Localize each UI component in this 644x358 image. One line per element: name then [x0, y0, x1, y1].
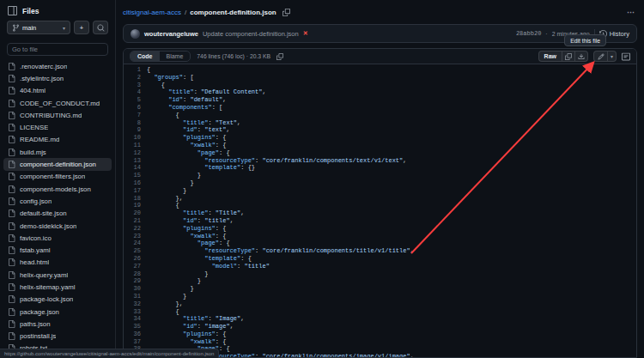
commit-message[interactable]: Update component-definition.json [203, 30, 299, 38]
code-row: 3 { [124, 82, 636, 89]
raw-button[interactable]: Raw [539, 52, 562, 61]
line-number[interactable]: 25 [124, 247, 147, 255]
file-tree-item[interactable]: LICENSE [3, 121, 112, 133]
symbols-panel-icon[interactable] [622, 52, 630, 61]
copy-raw-icon[interactable] [562, 52, 574, 61]
line-number[interactable]: 23 [124, 233, 147, 240]
file-tree-item[interactable]: config.json [3, 195, 112, 207]
file-tree-item[interactable]: package-lock.json [3, 294, 112, 306]
line-number[interactable]: 24 [124, 240, 147, 247]
commit-sha[interactable]: 28abb20 [516, 30, 541, 37]
branch-selector[interactable]: main ▾ [7, 21, 70, 34]
file-tree-item[interactable]: helix-sitemap.yaml [3, 281, 112, 293]
file-tree-item[interactable]: build.mjs [3, 146, 112, 158]
line-number[interactable]: 12 [124, 149, 147, 157]
copy-path-icon[interactable] [283, 9, 290, 16]
breadcrumb: citisignal-aem-accs / component-definiti… [117, 0, 644, 16]
code-row: 2 "groups": [ [124, 74, 636, 82]
tab-code[interactable]: Code [131, 52, 160, 61]
more-options-icon[interactable]: ⋯ [627, 8, 635, 16]
line-number[interactable]: 30 [124, 285, 147, 293]
file-tree-item[interactable]: package.json [3, 306, 112, 318]
file-name: fstab.yaml [20, 246, 51, 254]
line-number[interactable]: 7 [124, 112, 147, 119]
line-number[interactable]: 28 [124, 270, 147, 278]
file-tree-item[interactable]: CONTRIBUTING.md [3, 109, 112, 121]
file-tree-item[interactable]: favicon.ico [3, 232, 112, 244]
code-line-text: "id": "default", [147, 96, 226, 104]
line-number[interactable]: 14 [124, 164, 147, 172]
code-row: 11 "xwalk": { [124, 142, 636, 149]
file-tree-item[interactable]: postinstall.js [3, 331, 112, 343]
line-number[interactable]: 26 [124, 255, 147, 263]
line-number[interactable]: 18 [124, 195, 147, 203]
line-number[interactable]: 31 [124, 293, 147, 300]
file-icon [8, 246, 15, 254]
copy-icon[interactable] [276, 53, 283, 60]
line-number[interactable]: 22 [124, 225, 147, 233]
checks-failed-icon[interactable]: ✕ [303, 30, 308, 37]
file-tree-item[interactable]: paths.json [3, 318, 112, 330]
file-tree-item[interactable]: component-definition.json [3, 158, 112, 170]
file-icon [8, 149, 15, 156]
line-number[interactable]: 35 [124, 323, 147, 331]
breadcrumb-repo-link[interactable]: citisignal-aem-accs [123, 9, 181, 16]
line-number[interactable]: 34 [124, 315, 147, 323]
line-number[interactable]: 4 [124, 88, 147, 96]
go-to-file-input[interactable] [7, 43, 108, 56]
line-number[interactable]: 13 [124, 157, 147, 165]
commit-author[interactable]: woutervangeluwe [144, 30, 198, 38]
line-number[interactable]: 6 [124, 104, 147, 112]
code-row: 26 "template": { [124, 255, 636, 263]
file-icon [8, 271, 15, 279]
line-number[interactable]: 15 [124, 172, 147, 179]
file-icon [8, 185, 15, 193]
file-tree-item[interactable]: .stylelintrc.json [3, 72, 112, 84]
line-number[interactable]: 36 [124, 331, 147, 338]
line-number[interactable]: 20 [124, 209, 147, 217]
line-number[interactable]: 19 [124, 202, 147, 209]
file-tree-item[interactable]: CODE_OF_CONDUCT.md [3, 97, 112, 109]
code-row: 33 { [124, 308, 636, 316]
file-tree-item[interactable]: .renovaterc.json [3, 60, 112, 72]
tab-blame[interactable]: Blame [160, 52, 191, 61]
file-tree-item[interactable]: helix-query.yaml [3, 269, 112, 281]
edit-dropdown-icon[interactable]: ▾ [607, 52, 616, 61]
line-number[interactable]: 5 [124, 96, 147, 104]
line-number[interactable]: 3 [124, 82, 147, 89]
file-tree-item[interactable]: component-filters.json [3, 171, 112, 183]
line-number[interactable]: 16 [124, 179, 147, 187]
files-panel-title: Files [22, 7, 39, 15]
file-tree-item[interactable]: default-site.json [3, 208, 112, 220]
line-number[interactable]: 21 [124, 217, 147, 225]
file-tree-item[interactable]: README.md [3, 134, 112, 146]
search-repo-button[interactable] [93, 21, 108, 34]
collapse-file-tree-icon[interactable] [8, 6, 17, 15]
line-number[interactable]: 1 [124, 66, 147, 74]
download-icon[interactable] [574, 52, 587, 61]
file-tree-item[interactable]: component-models.json [3, 183, 112, 195]
code-row: 13 "resourceType": "core/franklin/compon… [124, 157, 636, 165]
file-tree-item[interactable]: fstab.yaml [3, 244, 112, 256]
edit-pencil-icon[interactable] [594, 52, 607, 61]
file-tree-item[interactable]: 404.html [3, 85, 112, 97]
line-number[interactable]: 27 [124, 263, 147, 270]
code-row: 10 "plugins": { [124, 134, 636, 142]
line-number[interactable]: 17 [124, 187, 147, 195]
line-number[interactable]: 10 [124, 134, 147, 142]
code-line-text: { [147, 66, 150, 74]
file-tree-item[interactable]: head.html [3, 257, 112, 269]
line-number[interactable]: 32 [124, 300, 147, 308]
file-tree-sidebar: Files main ▾ + .renovaterc.json.stylelin… [0, 0, 116, 358]
add-file-button[interactable]: + [74, 21, 89, 34]
line-number[interactable]: 11 [124, 142, 147, 149]
line-number[interactable]: 8 [124, 119, 147, 127]
code-row: 24 "page": { [124, 240, 636, 247]
line-number[interactable]: 37 [124, 338, 147, 346]
line-number[interactable]: 9 [124, 126, 147, 134]
line-number[interactable]: 33 [124, 308, 147, 316]
line-number[interactable]: 29 [124, 277, 147, 285]
file-tree-item[interactable]: demo-sidekick.json [3, 220, 112, 232]
line-number[interactable]: 2 [124, 74, 147, 82]
avatar[interactable] [131, 29, 140, 39]
